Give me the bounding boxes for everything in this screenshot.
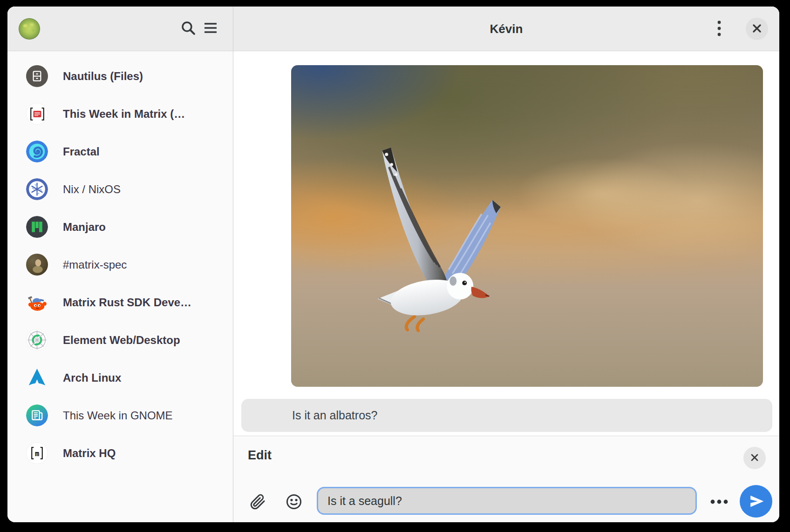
room-label: Manjaro xyxy=(63,221,106,234)
manjaro-logo-avatar xyxy=(26,216,48,238)
send-button[interactable] xyxy=(740,485,772,518)
sidebar-item-nautilus[interactable]: Nautilus (Files) xyxy=(7,57,233,95)
smiley-icon xyxy=(285,493,303,512)
chat-pane: Kévin xyxy=(233,7,779,522)
sidebar-item-twig[interactable]: This Week in GNOME xyxy=(7,397,233,434)
cancel-edit-button[interactable] xyxy=(743,447,766,469)
sidebar-item-arch[interactable]: Arch Linux xyxy=(7,359,233,397)
sidebar-item-matrix-spec[interactable]: #matrix-spec xyxy=(7,246,233,283)
room-list: Nautilus (Files) This Week in Matrix (… … xyxy=(7,51,233,472)
close-icon xyxy=(750,453,759,463)
message-composer: Edit xyxy=(233,436,779,522)
sidebar: Nautilus (Files) This Week in Matrix (… … xyxy=(7,7,233,522)
image-message[interactable] xyxy=(291,65,763,387)
room-label: Fractal xyxy=(63,145,100,158)
room-label: Arch Linux xyxy=(63,371,121,384)
chat-title: Kévin xyxy=(490,21,523,36)
search-button[interactable] xyxy=(177,18,199,40)
room-menu-button[interactable] xyxy=(708,18,730,40)
room-label: This Week in GNOME xyxy=(63,409,173,422)
sidebar-item-element[interactable]: Element Web/Desktop xyxy=(7,321,233,359)
sidebar-item-rust-sdk[interactable]: Matrix Rust SDK Deve… xyxy=(7,283,233,321)
fractal-window: Nautilus (Files) This Week in Matrix (… … xyxy=(7,7,779,522)
room-label: Element Web/Desktop xyxy=(63,334,180,347)
window-close-button[interactable] xyxy=(746,18,768,40)
sidebar-item-matrix-hq[interactable]: m Matrix HQ xyxy=(7,434,233,472)
seagull-illustration xyxy=(362,139,518,348)
close-icon xyxy=(752,23,762,35)
kebab-menu-icon xyxy=(717,20,722,38)
room-label: #matrix-spec xyxy=(63,258,127,271)
sidebar-header xyxy=(7,7,233,51)
sidebar-item-fractal[interactable]: Fractal xyxy=(7,133,233,170)
room-label: This Week in Matrix (… xyxy=(63,108,185,121)
account-avatar[interactable] xyxy=(19,18,40,40)
hamburger-menu-icon xyxy=(203,21,218,36)
ferris-crab-avatar xyxy=(26,291,48,313)
arch-logo-avatar xyxy=(26,367,48,389)
sidebar-item-twim[interactable]: This Week in Matrix (… xyxy=(7,95,233,133)
twim-logo-avatar xyxy=(26,103,48,125)
text-message-bubble[interactable]: Is it an albatros? xyxy=(241,399,772,432)
attach-file-button[interactable] xyxy=(248,493,267,512)
emoji-button[interactable] xyxy=(285,493,303,512)
file-cabinet-avatar xyxy=(26,65,48,87)
person-photo-avatar xyxy=(26,254,48,276)
svg-text:m: m xyxy=(35,450,39,458)
room-label: Matrix HQ xyxy=(63,447,116,460)
chat-header: Kévin xyxy=(233,7,779,51)
matrix-logo-avatar: m xyxy=(26,442,48,464)
room-label: Nix / NixOS xyxy=(63,183,121,196)
fractal-spiral-avatar xyxy=(26,141,48,162)
room-label: Nautilus (Files) xyxy=(63,70,143,83)
element-web-avatar xyxy=(26,329,48,351)
room-label: Matrix Rust SDK Deve… xyxy=(63,296,191,309)
horizontal-dots-icon xyxy=(709,498,729,505)
twig-newspaper-avatar xyxy=(26,404,48,426)
more-options-button[interactable] xyxy=(707,492,731,511)
sidebar-item-manjaro[interactable]: Manjaro xyxy=(7,208,233,246)
main-menu-button[interactable] xyxy=(199,18,222,40)
message-input[interactable] xyxy=(317,487,697,515)
paperclip-icon xyxy=(249,493,266,512)
search-icon xyxy=(180,20,197,38)
edit-mode-label: Edit xyxy=(248,448,272,463)
nixos-snowflake-avatar xyxy=(26,178,48,200)
sidebar-item-nixos[interactable]: Nix / NixOS xyxy=(7,170,233,208)
message-history: Is it an albatros? xyxy=(233,51,779,436)
message-text: Is it an albatros? xyxy=(292,409,377,422)
send-paper-plane-icon xyxy=(749,493,765,509)
